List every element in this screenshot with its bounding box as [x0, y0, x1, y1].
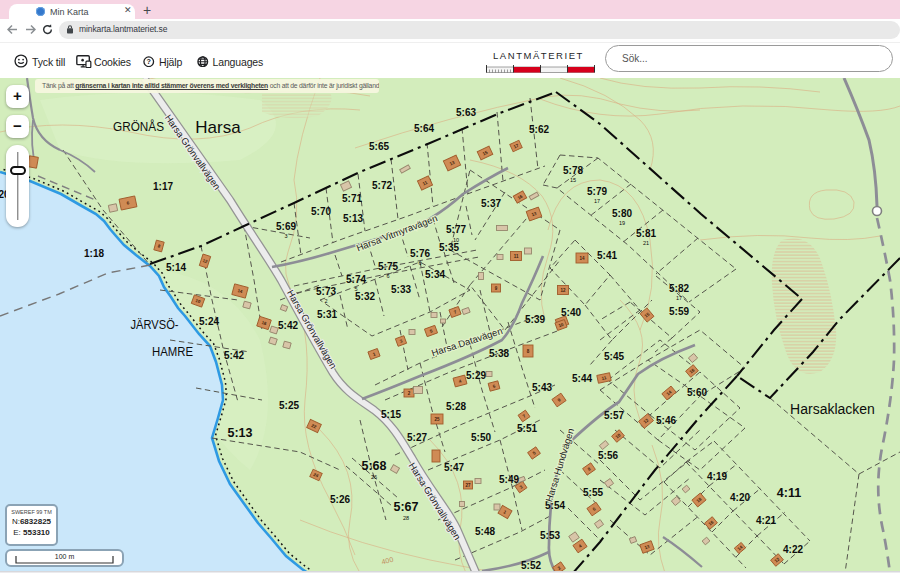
svg-text:5:77: 5:77: [446, 224, 466, 235]
svg-text:26: 26: [371, 474, 377, 480]
svg-text:5:57: 5:57: [604, 410, 624, 421]
svg-text:5:65: 5:65: [369, 141, 389, 152]
svg-text:5:45: 5:45: [604, 351, 624, 362]
svg-text:5:25: 5:25: [279, 400, 299, 411]
svg-text:5:28: 5:28: [446, 401, 466, 412]
svg-text:12: 12: [560, 288, 566, 293]
svg-text:5:70: 5:70: [311, 206, 331, 217]
svg-text:5:13: 5:13: [343, 213, 363, 224]
svg-text:27: 27: [465, 483, 471, 488]
svg-text:5:44: 5:44: [572, 373, 592, 384]
svg-text:5:55: 5:55: [583, 487, 603, 498]
svg-text:21: 21: [643, 240, 649, 246]
svg-text:5:49: 5:49: [499, 474, 519, 485]
svg-text:5:13: 5:13: [227, 426, 252, 440]
svg-text:5:73: 5:73: [316, 286, 336, 297]
svg-text:5:26: 5:26: [330, 494, 350, 505]
svg-text:5:78: 5:78: [563, 165, 583, 176]
svg-text:5:32: 5:32: [355, 291, 375, 302]
svg-text:17: 17: [676, 295, 682, 301]
svg-text:5:62: 5:62: [529, 124, 549, 135]
svg-text:4:21: 4:21: [756, 515, 776, 526]
svg-text:5:50: 5:50: [471, 432, 491, 443]
svg-text:?: ?: [147, 58, 151, 66]
svg-text:5:59: 5:59: [669, 306, 689, 317]
svg-text:5:31: 5:31: [317, 309, 337, 320]
svg-text:5:68: 5:68: [361, 459, 386, 473]
svg-text:JÄRVSÖ-: JÄRVSÖ-: [131, 318, 179, 332]
svg-text:4:19: 4:19: [707, 471, 727, 482]
svg-text:5:40: 5:40: [561, 307, 581, 318]
svg-text:HAMRE: HAMRE: [152, 345, 193, 359]
svg-text:GRÖNÅS: GRÖNÅS: [113, 119, 164, 134]
svg-text:5:42: 5:42: [278, 320, 298, 331]
svg-text:5:53: 5:53: [540, 530, 560, 541]
svg-text:5:42: 5:42: [224, 350, 244, 361]
svg-text:5:76: 5:76: [410, 248, 430, 259]
svg-text:3: 3: [284, 233, 287, 239]
svg-text:6: 6: [386, 273, 389, 279]
svg-text:5:38: 5:38: [489, 348, 509, 359]
svg-text:4:20: 4:20: [730, 492, 750, 503]
svg-text:5:39: 5:39: [525, 314, 545, 325]
svg-text:5:33: 5:33: [391, 284, 411, 295]
svg-text:5:67: 5:67: [393, 500, 418, 514]
svg-text:5:34: 5:34: [425, 269, 445, 280]
svg-text:5:48: 5:48: [475, 526, 495, 537]
svg-text:1:18: 1:18: [84, 248, 104, 259]
svg-text:5:69: 5:69: [276, 221, 296, 232]
svg-text:5:41: 5:41: [597, 250, 617, 261]
svg-text:5:35: 5:35: [439, 242, 459, 253]
svg-text:5:79: 5:79: [587, 186, 607, 197]
svg-text:2: 2: [324, 298, 327, 304]
svg-text:5:75: 5:75: [378, 261, 398, 272]
svg-text:5:63: 5:63: [456, 107, 476, 118]
svg-text:4:22: 4:22: [783, 544, 803, 555]
svg-text:5:29: 5:29: [466, 370, 486, 381]
svg-text:11: 11: [514, 254, 519, 259]
svg-text:Harsa: Harsa: [195, 118, 241, 137]
svg-text:1:17: 1:17: [153, 181, 173, 192]
svg-text:5:74: 5:74: [346, 274, 366, 285]
svg-text:5: 5: [354, 286, 357, 292]
svg-text:4:11: 4:11: [777, 486, 801, 500]
svg-text:5:43: 5:43: [532, 382, 552, 393]
svg-text:5:52: 5:52: [521, 560, 541, 571]
svg-text:5:46: 5:46: [656, 415, 676, 426]
svg-text:25: 25: [434, 417, 440, 422]
svg-text:5:47: 5:47: [444, 462, 464, 473]
svg-text:5:24: 5:24: [199, 316, 219, 327]
svg-text:15: 15: [570, 177, 576, 183]
svg-text:5:56: 5:56: [598, 450, 618, 461]
svg-text:5:15: 5:15: [381, 409, 401, 420]
svg-text:14: 14: [579, 256, 585, 261]
svg-text:19: 19: [619, 220, 625, 226]
svg-text:5:80: 5:80: [612, 208, 632, 219]
svg-text:10: 10: [453, 237, 459, 243]
svg-text:28: 28: [403, 515, 409, 521]
svg-text:5:51: 5:51: [517, 423, 537, 434]
svg-text:5:37: 5:37: [481, 198, 501, 209]
svg-text:5:71: 5:71: [342, 193, 362, 204]
svg-text:5:81: 5:81: [636, 228, 656, 239]
svg-text:5:64: 5:64: [414, 123, 434, 134]
svg-text:5:82: 5:82: [669, 283, 689, 294]
svg-text:5:72: 5:72: [372, 180, 392, 191]
svg-text:6: 6: [418, 260, 421, 266]
svg-text:5:60: 5:60: [687, 387, 707, 398]
svg-text:17: 17: [594, 198, 600, 204]
svg-text:5:14: 5:14: [166, 262, 186, 273]
svg-text:5:27: 5:27: [407, 432, 427, 443]
svg-text:Harsaklacken: Harsaklacken: [790, 401, 875, 417]
